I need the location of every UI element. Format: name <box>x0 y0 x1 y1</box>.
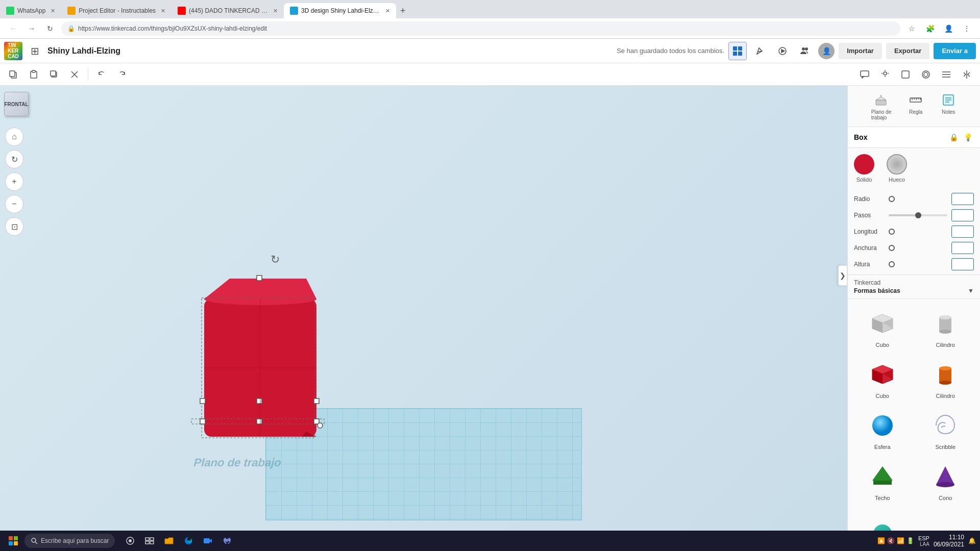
comment-tool[interactable] <box>855 65 874 84</box>
shape-item-esfera[interactable]: Esfera <box>852 405 913 454</box>
handle-mid-left[interactable] <box>200 398 205 404</box>
taskbar-clock[interactable]: 11:10 06/09/2021 <box>934 534 964 548</box>
refresh-button[interactable]: ↻ <box>43 21 57 36</box>
simulation-button[interactable] <box>773 42 792 60</box>
exportar-button[interactable]: Exportar <box>886 43 929 59</box>
right-panel: Plano detrabajo Regla <box>847 86 980 551</box>
radio-input[interactable] <box>951 193 974 205</box>
workplane-label-text: Plano detrabajo <box>871 109 891 120</box>
taskbar-app-zoom[interactable] <box>199 532 217 550</box>
forward-button[interactable]: → <box>24 21 39 36</box>
zoom-out-button[interactable]: − <box>5 195 23 213</box>
handle-mid-center[interactable] <box>257 398 262 404</box>
new-tab-button[interactable]: + <box>396 3 410 18</box>
shape-item-scribble[interactable]: Scribble <box>915 405 976 454</box>
taskbar-app-explorer[interactable] <box>160 532 178 550</box>
shape-item-cilindro-gray[interactable]: Cilindro <box>915 303 976 352</box>
shape-item-cilindro-orange[interactable]: Cilindro <box>915 354 976 403</box>
shape-tool[interactable] <box>896 65 915 84</box>
view-cube[interactable]: FRONTAL <box>4 92 29 116</box>
library-expand-button[interactable]: ▼ <box>968 287 974 294</box>
systray-icon-1: 🔼 <box>877 537 885 544</box>
redo-button[interactable] <box>113 65 131 84</box>
grid-view-button[interactable] <box>728 42 747 60</box>
start-button[interactable] <box>4 532 22 550</box>
hole-circle[interactable] <box>887 154 907 174</box>
pasos-input[interactable]: 10 <box>951 209 974 221</box>
handle-bottom-center[interactable] <box>257 419 262 424</box>
light-tool[interactable] <box>876 65 894 84</box>
handle-corner[interactable] <box>317 423 323 428</box>
url-lock-icon: 🔒 <box>67 25 75 32</box>
3d-box[interactable]: ↻ <box>189 273 332 449</box>
svg-marker-38 <box>876 97 886 100</box>
panel-collapse-button[interactable]: ❯ <box>838 265 847 286</box>
shape-item-techo[interactable]: Techo <box>852 456 913 505</box>
people-button[interactable] <box>796 42 814 60</box>
solid-toggle[interactable]: Sólido <box>854 154 874 183</box>
view-cube-container: FRONTAL <box>4 92 29 116</box>
anchura-input[interactable]: 20 <box>951 242 974 254</box>
tab-instructables[interactable]: Project Editor - Instructables ✕ <box>61 3 172 18</box>
orbit-button[interactable]: ↻ <box>5 150 23 168</box>
tab-youtube[interactable]: (445) DADO TINKERCAD - YouT... ✕ <box>172 3 284 18</box>
back-button[interactable]: ← <box>6 21 20 36</box>
tab-whatsapp[interactable]: WhatsApp ✕ <box>0 3 61 18</box>
radio-row: Radio <box>854 193 974 205</box>
taskbar-app-taskview[interactable] <box>140 532 159 550</box>
longitud-input[interactable]: 20 <box>951 226 974 238</box>
zoom-fit-button[interactable]: ⊡ <box>5 217 23 236</box>
box-svg[interactable] <box>189 273 332 447</box>
taskbar-app-discord[interactable] <box>218 532 236 550</box>
lock-icon[interactable]: 🔒 <box>947 131 960 143</box>
notes-tool[interactable]: Notes <box>936 90 961 122</box>
visibility-icon[interactable]: 💡 <box>962 131 974 143</box>
paste-button[interactable] <box>24 65 43 84</box>
undo-button[interactable] <box>92 65 111 84</box>
settings-button[interactable]: ⋮ <box>960 21 974 36</box>
handle-mid-right[interactable] <box>314 398 319 404</box>
tab-tinkercad[interactable]: 3D design Shiny Lahdi-Elzing | Ti... ✕ <box>284 3 396 18</box>
url-bar[interactable]: 🔒 https://www.tinkercad.com/things/bjiOu… <box>61 21 900 36</box>
group-tool[interactable] <box>917 65 935 84</box>
extensions-button[interactable]: 🧩 <box>923 21 937 36</box>
tab-close-instructables[interactable]: ✕ <box>161 8 165 14</box>
home-icon[interactable]: ⊞ <box>31 45 39 57</box>
taskbar-search[interactable]: Escribe aquí para buscar <box>24 534 115 548</box>
altura-input[interactable]: 20 <box>951 258 974 270</box>
handle-bottom-left[interactable] <box>200 419 205 424</box>
bookmark-button[interactable]: ☆ <box>904 21 919 36</box>
zoom-in-button[interactable]: + <box>5 172 23 191</box>
tab-close-youtube[interactable]: ✕ <box>273 8 278 14</box>
delete-button[interactable] <box>65 65 84 84</box>
profile-button[interactable]: 👤 <box>941 21 955 36</box>
tab-close-whatsapp[interactable]: ✕ <box>51 8 55 14</box>
ruler-tool[interactable]: Regla <box>903 90 928 122</box>
design-name[interactable]: Shiny Lahdi-Elzing <box>47 46 612 56</box>
user-avatar[interactable]: 👤 <box>818 43 835 59</box>
svg-rect-66 <box>873 481 892 485</box>
shape-item-cubo-red[interactable]: Cubo <box>852 354 913 403</box>
solid-circle[interactable] <box>854 154 874 174</box>
copy-button[interactable] <box>4 65 22 84</box>
align-tool[interactable] <box>937 65 955 84</box>
pen-tool-button[interactable] <box>751 42 769 60</box>
home-view-button[interactable]: ⌂ <box>5 128 23 146</box>
workplane-tool[interactable]: Plano detrabajo <box>867 90 895 122</box>
canvas-area[interactable]: FRONTAL ⌂ ↻ + − ⊡ Plano de trabajo ↻ <box>0 86 847 551</box>
tab-close-tinkercad[interactable]: ✕ <box>385 8 390 14</box>
hole-toggle[interactable]: Hueco <box>887 154 907 183</box>
handle-top[interactable] <box>257 276 262 281</box>
enviar-button[interactable]: Enviar a <box>934 43 976 59</box>
svg-point-62 <box>939 366 951 370</box>
shape-item-cono[interactable]: Cono <box>915 456 976 505</box>
duplicate-button[interactable] <box>45 65 63 84</box>
mirror-tool[interactable] <box>958 65 976 84</box>
taskbar-app-cortana[interactable] <box>121 532 139 550</box>
shape-item-cubo-gray[interactable]: Cubo <box>852 303 913 352</box>
importar-button[interactable]: Importar <box>839 43 882 59</box>
taskbar-app-edge[interactable] <box>179 532 198 550</box>
pasos-slider[interactable] <box>889 214 947 216</box>
rotation-handle[interactable]: ↻ <box>271 253 280 266</box>
notification-button[interactable]: 🔔 <box>968 537 976 544</box>
